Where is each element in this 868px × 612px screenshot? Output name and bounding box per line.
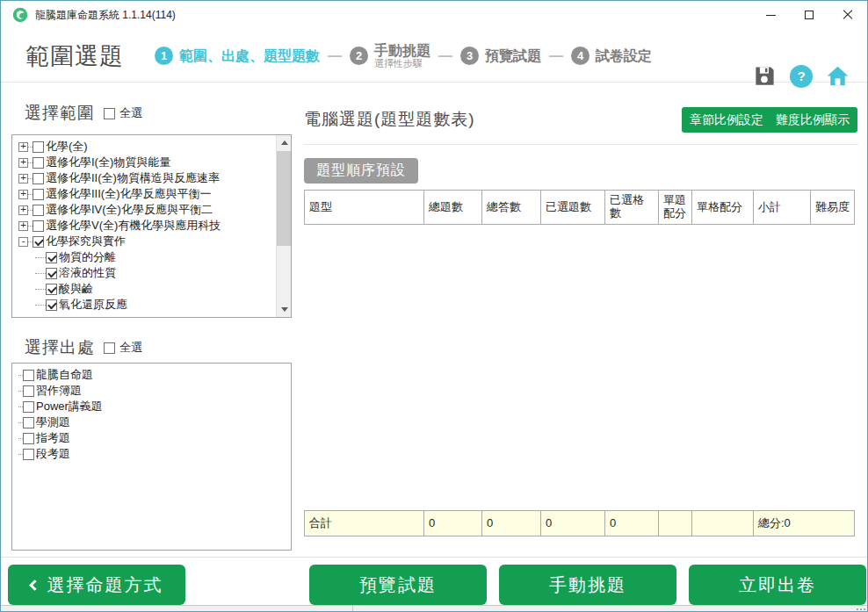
chapter-ratio-button[interactable]: 章節比例設定 (682, 107, 771, 133)
list-item[interactable]: Power講義題 (18, 399, 291, 414)
list-item-label: 指考題 (36, 430, 70, 446)
range-select-all-checkbox[interactable] (104, 108, 115, 119)
tree-item-checkbox[interactable] (33, 220, 44, 232)
list-item-checkbox[interactable] (23, 401, 34, 413)
tree-item[interactable]: 酸與鹼 (35, 281, 291, 297)
maximize-button[interactable] (790, 1, 828, 29)
tree-item-checkbox[interactable] (33, 173, 44, 184)
manual-pick-button[interactable]: 手動挑題 (499, 565, 676, 605)
status-bar (1, 605, 867, 611)
list-item-checkbox[interactable] (23, 417, 34, 428)
maximize-icon (805, 11, 814, 19)
tree-item[interactable]: 溶液的性質 (35, 265, 291, 281)
source-list-box: 龍騰自命題習作簿題Power講義題學測題指考題段考題 (11, 363, 292, 551)
scroll-thumb[interactable] (277, 151, 292, 246)
list-item[interactable]: 習作簿題 (18, 383, 291, 399)
step-4-circle: 4 (571, 47, 590, 65)
back-to-method-button[interactable]: 選擇命題方式 (8, 565, 185, 605)
tree-item-checkbox[interactable] (46, 268, 57, 279)
step-separator: — (438, 48, 452, 64)
expander-icon[interactable]: + (18, 190, 28, 199)
tree-item-label: 溶液的性質 (59, 265, 116, 281)
list-item-checkbox[interactable] (23, 385, 34, 397)
list-item[interactable]: 指考題 (18, 430, 291, 446)
tree-item-checkbox[interactable] (33, 236, 44, 248)
list-item-checkbox[interactable] (23, 370, 34, 381)
tree-item-checkbox[interactable] (33, 189, 44, 200)
col-selected-questions: 已選題數 (540, 191, 604, 224)
list-item-label: Power講義題 (36, 399, 103, 414)
tree-item-label: 選修化學V(全)有機化學與應用科技 (46, 218, 221, 234)
tree-item[interactable]: +選修化學IV(全)化學反應與平衡二 (18, 202, 291, 218)
list-item-checkbox[interactable] (23, 449, 34, 460)
step-1-range[interactable]: 1 範圍、出處、題型題數 (155, 47, 320, 65)
step-3-preview[interactable]: 3 預覽試題 (460, 47, 541, 65)
expander-icon[interactable]: + (18, 158, 28, 168)
bottom-bar: 選擇命題方式 預覽試題 手動挑題 立即出卷 (1, 557, 867, 607)
difficulty-ratio-button[interactable]: 難度比例顯示 (768, 107, 857, 133)
step-2-manual-pick[interactable]: 2 手動挑題 選擇性步驟 (350, 43, 430, 69)
tree-item[interactable]: +化學(全) (18, 139, 291, 155)
scroll-down-icon[interactable] (277, 302, 292, 317)
tree-item[interactable]: +選修化學III(全)化學反應與平衡一 (18, 186, 291, 202)
generate-paper-button[interactable]: 立即出卷 (689, 565, 866, 605)
footer-total-questions: 0 (423, 511, 481, 536)
home-icon[interactable] (826, 64, 850, 88)
help-icon[interactable]: ? (790, 65, 813, 88)
minimize-icon (766, 15, 776, 16)
save-icon[interactable] (753, 64, 777, 88)
scroll-up-icon[interactable] (277, 135, 292, 150)
col-difficulty: 難易度 (810, 191, 854, 224)
resize-grip-icon[interactable] (864, 608, 865, 610)
col-question-type: 題型 (305, 191, 423, 224)
tree-item[interactable]: +選修化學II(全)物質構造與反應速率 (18, 170, 291, 186)
footer-points-per-question (658, 511, 691, 536)
question-table-footer: 合計 0 0 0 0 總分:0 (304, 510, 855, 536)
tree-item-checkbox[interactable] (46, 299, 57, 311)
expander-icon[interactable]: + (18, 174, 28, 184)
expander-icon[interactable]: + (18, 221, 28, 231)
tree-item-checkbox[interactable] (33, 141, 44, 153)
tree-item[interactable]: 氧化還原反應 (35, 297, 291, 313)
minimize-button[interactable] (751, 1, 790, 29)
close-button[interactable] (828, 1, 867, 29)
tree-item[interactable]: -化學探究與實作 (18, 234, 291, 249)
preview-questions-button[interactable]: 預覽試題 (309, 565, 487, 605)
page-header: 範圍選題 1 範圍、出處、題型題數 — 2 手動挑題 選擇性步驟 — 3 預覽試… (1, 29, 867, 83)
list-item-label: 龍騰自命題 (36, 367, 93, 383)
col-points-per-question: 單題配分 (658, 191, 691, 224)
step-4-label: 試卷設定 (596, 48, 652, 64)
expander-icon[interactable]: - (18, 237, 28, 247)
title-bar: 龍騰題庫命題系統 1.1.14(114) (1, 1, 867, 29)
step-indicator: 1 範圍、出處、題型題數 — 2 手動挑題 選擇性步驟 — 3 預覽試題 — 4… (155, 29, 652, 83)
footer-selected-questions: 0 (540, 511, 604, 536)
step-separator: — (549, 48, 563, 64)
list-item-checkbox[interactable] (23, 433, 34, 444)
expander-icon[interactable]: + (18, 142, 28, 152)
tree-scrollbar[interactable] (276, 135, 291, 317)
step-2-circle: 2 (350, 47, 368, 65)
tree-item[interactable]: 物質的分離 (35, 249, 291, 265)
source-select-all-checkbox[interactable] (104, 342, 115, 354)
range-select-all[interactable]: 全選 (104, 105, 142, 121)
tree-connector (35, 289, 46, 290)
list-item[interactable]: 龍騰自命題 (18, 367, 291, 383)
list-item[interactable]: 段考題 (18, 446, 291, 462)
tree-item[interactable]: +選修化學I(全)物質與能量 (18, 155, 291, 170)
tree-item-checkbox[interactable] (46, 284, 57, 295)
tree-item-checkbox[interactable] (33, 157, 44, 169)
range-tree: +化學(全)+選修化學I(全)物質與能量+選修化學II(全)物質構造與反應速率+… (12, 135, 291, 313)
range-tree-box: +化學(全)+選修化學I(全)物質與能量+選修化學II(全)物質構造與反應速率+… (11, 134, 292, 318)
col-points-per-cell: 單格配分 (691, 191, 753, 224)
tree-item-checkbox[interactable] (33, 205, 44, 216)
tree-item-checkbox[interactable] (46, 252, 57, 263)
source-select-all[interactable]: 全選 (104, 340, 142, 356)
list-item[interactable]: 學測題 (18, 414, 291, 430)
close-icon (843, 10, 853, 20)
list-item-label: 習作簿題 (36, 383, 82, 399)
footer-points-per-cell (691, 511, 753, 536)
step-4-paper-settings[interactable]: 4 試卷設定 (571, 47, 652, 65)
expander-icon[interactable]: + (18, 205, 28, 215)
tree-item[interactable]: +選修化學V(全)有機化學與應用科技 (18, 218, 291, 234)
question-type-order-button[interactable]: 題型順序預設 (304, 158, 418, 184)
